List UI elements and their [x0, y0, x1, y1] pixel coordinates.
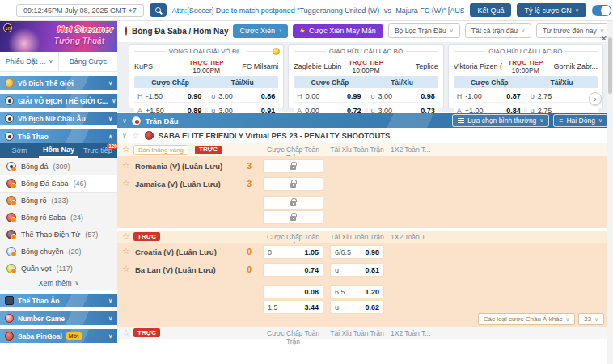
over-under-header: Tài/Xỉu	[206, 76, 278, 88]
sidebar-item-sports[interactable]: Thể Thao ∧	[0, 129, 117, 143]
odds-row	[117, 210, 613, 226]
lucky-parlay-button[interactable]: Cược Xiên May Mắn	[293, 24, 383, 38]
double-line-dropdown[interactable]: ≡Hai Dòng∨	[553, 114, 608, 127]
favorite-star-icon[interactable]: ☆	[122, 179, 130, 188]
soccer-icon	[6, 162, 16, 171]
chevron-down-icon: ∨	[575, 7, 579, 14]
sport-item-volleyball[interactable]: Bóng chuyền(20)	[0, 243, 117, 260]
live-badge: TRỰC	[133, 232, 160, 241]
bet-count-dropdown[interactable]: 23∨	[578, 313, 604, 325]
sports-subtabs: Sớm Hôm Nay Trực tiếp120	[0, 143, 117, 158]
sport-item-basketball[interactable]: Bóng rổ(133)	[0, 192, 117, 209]
home-team: Romania (V) (Luân Lưu)	[135, 162, 222, 171]
away-team: Jamaica (V) (Luân Lưu)	[135, 180, 221, 188]
sidebar-item-world-club-championship[interactable]: GIẢI VÔ ĐỊCH THẾ GIỚI C... ∨	[0, 94, 117, 108]
saba-soccer-icon	[125, 26, 127, 36]
chevron-down-icon: ∨	[49, 58, 53, 65]
tab-live[interactable]: Trực tiếp120	[78, 143, 117, 158]
collapse-chevron-icon[interactable]: ∨	[122, 117, 127, 125]
odds-type-dropdown[interactable]: Tỷ lệ cược CN∨	[517, 3, 586, 17]
odds-cell[interactable]: o3.000.98	[368, 90, 438, 103]
odds-cell[interactable]: H-1.000.87	[454, 90, 524, 103]
odds-cell[interactable]: u0.62	[330, 300, 384, 314]
odds-cell[interactable]: 6.51.20	[330, 285, 384, 298]
favorite-star-icon[interactable]: ☆	[122, 247, 130, 256]
favorite-star-icon[interactable]: ☆	[122, 328, 130, 337]
sport-item-esports[interactable]: Thể Thao Điện Tử(57)	[0, 226, 117, 243]
bet-slip-tabs: Phiếu Đặt ...∨ Bảng Cược	[0, 52, 117, 72]
tab-bet-slip[interactable]: Phiếu Đặt ...∨	[0, 52, 59, 71]
header-filters: Bộ Lọc Trận Đấu∨ Tất cả trận đấu∨ Từ trư…	[388, 23, 613, 38]
scrollbar-thumb[interactable]	[608, 37, 612, 94]
tab-early[interactable]: Sớm	[0, 143, 39, 158]
sport-item-saba-soccer[interactable]: Bóng Đá Saba(46)	[0, 175, 117, 192]
chevron-down-icon: ∨	[108, 298, 112, 304]
sidebar-item-saba-pingoal[interactable]: Saba PinGoal Mới ∨	[0, 329, 117, 343]
favorite-star-icon[interactable]: ☆	[122, 145, 130, 154]
odds-cell[interactable]: o2.75	[527, 90, 598, 103]
sidebar-item-virtual-sports[interactable]: Thể Thao Ảo ∨	[0, 294, 117, 307]
normal-selection-dropdown[interactable]: Lựa chọn bình thường∨	[452, 114, 549, 127]
new-badge: Mới	[66, 332, 82, 340]
soccer-ball-icon	[5, 114, 14, 123]
favorite-star-icon[interactable]: ☆	[122, 265, 130, 273]
sidebar-item-number-game[interactable]: Number Game ∨	[0, 311, 117, 325]
sport-item-tennis[interactable]: Quần vợt(117)	[0, 260, 117, 277]
sport-item-soccer[interactable]: Bóng đá(309)	[0, 158, 117, 175]
soccer-ball-icon	[5, 96, 14, 105]
chevron-down-icon: ∨	[108, 116, 112, 122]
favorite-star-icon[interactable]: ☆	[122, 232, 130, 241]
odds-cell[interactable]: H-1.500.90	[134, 90, 205, 103]
odds-cell[interactable]: u0.81	[330, 263, 384, 277]
match-time: 10:00PM	[192, 66, 220, 74]
next-cards-arrow[interactable]: ›	[589, 92, 602, 105]
odds-cell[interactable]: H0.000.99	[294, 90, 364, 103]
sport-item-saba-basketball[interactable]: Bóng rổ Saba(24)	[0, 209, 117, 226]
home-team: Croatia (V) (Luân Lưu)	[135, 248, 217, 256]
banner-title: Hot Streamer	[57, 24, 113, 34]
promo-banner[interactable]: 18 Hot Streamer Tưởng Thuật	[0, 21, 117, 52]
tab-bet-list[interactable]: Bảng Cược	[59, 52, 117, 71]
search-button[interactable]	[150, 3, 167, 17]
locked-odds-cell	[263, 210, 323, 224]
betting-app-screen: 09:12:45PM July 08, 2025 GMT +7 Attn:[So…	[0, 0, 613, 364]
favorite-star-icon[interactable]: ☆	[122, 161, 130, 170]
favorite-star-icon[interactable]: ☆	[132, 131, 140, 140]
odds-cell[interactable]: 01.05	[263, 245, 323, 259]
collapse-chevron-icon[interactable]: ∨	[122, 132, 127, 139]
column-header-1x2: 1X2 Toàn T...	[391, 233, 439, 241]
virtual-sports-icon	[5, 296, 14, 305]
odds-cell[interactable]: 6/6.50.98	[330, 245, 384, 259]
theme-toggle[interactable]	[592, 5, 611, 16]
sidebar-item-world-championship[interactable]: Vô Địch Thế Giới ∨	[0, 76, 117, 90]
featured-card-3: GIAO HỮU CÂU LẠC BỘ Viktoria Pizen (N) T…	[448, 44, 603, 108]
match-filter-dropdown[interactable]: Bộ Lọc Trận Đấu∨	[388, 23, 460, 38]
tab-today[interactable]: Hôm Nay	[39, 143, 78, 158]
odds-cell[interactable]: 0.74	[263, 263, 323, 277]
close-icon[interactable]: ✕	[601, 35, 607, 43]
time-range-dropdown[interactable]: Từ trước đến nay∨	[536, 23, 611, 38]
esports-icon	[6, 230, 16, 239]
lock-icon	[290, 216, 296, 221]
chevron-down-icon: ∨	[566, 316, 570, 323]
locked-odds-cell	[263, 159, 323, 173]
odds-cell[interactable]: 1.53.44	[263, 300, 323, 314]
parlay-button[interactable]: Cược Xiên›	[233, 24, 287, 38]
match-time: 10:00PM	[352, 66, 379, 74]
all-matches-dropdown[interactable]: Tất cả trận đấu∨	[465, 23, 531, 38]
see-more-link[interactable]: Xem thêm∨	[0, 277, 117, 290]
more-asian-bets-dropdown[interactable]: Các loại cược Châu Á khác∨	[478, 313, 576, 325]
chevron-down-icon: ∨	[450, 28, 454, 34]
saba-soccer-icon	[6, 179, 16, 188]
odds-cell[interactable]: o3.000.86	[208, 90, 278, 103]
sidebar-item-womens-euro[interactable]: Vô Địch Nữ Châu Âu ∨	[0, 112, 117, 125]
golden-goal-chip[interactable]: Bàn thắng vàng	[133, 145, 188, 155]
column-header-over-under: Tài Xỉu Toàn Trận	[330, 233, 384, 241]
sports-list: Bóng đá(309) Bóng Đá Saba(46) Bóng rổ(13…	[0, 158, 117, 290]
saba-basketball-icon	[6, 213, 16, 222]
results-button[interactable]: Kết Quả	[470, 3, 511, 17]
away-team: FC Milsami	[230, 62, 278, 70]
odds-cell[interactable]: 0.08	[263, 285, 323, 298]
sidebar: 18 Hot Streamer Tưởng Thuật Phiếu Đặt ..…	[0, 21, 117, 364]
card-league-name: VÒNG LOẠI GIẢI VÔ ĐỊ...	[134, 46, 278, 57]
